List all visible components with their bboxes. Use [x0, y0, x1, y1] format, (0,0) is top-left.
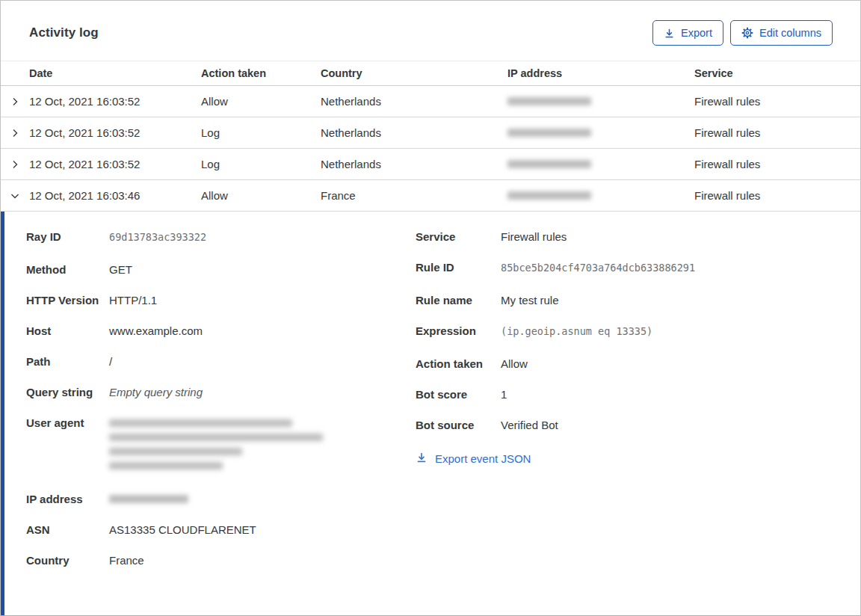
- detail-field-value: AS13335 CLOUDFLARENET: [109, 523, 416, 538]
- detail-field-label: Service: [416, 230, 501, 244]
- detail-right-column: Service Firewall rules Rule ID 85bce5b20…: [416, 230, 860, 466]
- detail-field-label: IP address: [26, 492, 109, 507]
- detail-field: Bot source Verified Bot: [416, 418, 860, 433]
- export-event-json-label: Export event JSON: [435, 452, 531, 465]
- row-date: 12 Oct, 2021 16:03:52: [29, 95, 201, 108]
- detail-field-label: Action taken: [416, 357, 501, 372]
- detail-field-label: Ray ID: [26, 230, 109, 244]
- export-button[interactable]: Export: [652, 20, 723, 46]
- expand-row-button[interactable]: [1, 191, 29, 201]
- column-header-ip-address: IP address: [507, 67, 694, 79]
- table-row[interactable]: 12 Oct, 2021 16:03:52 Allow Netherlands …: [1, 86, 860, 117]
- detail-field-value: (ip.geoip.asnum eq 13335): [501, 321, 860, 341]
- detail-field-value: [109, 492, 416, 503]
- gear-icon: [741, 27, 753, 39]
- row-service: Firewall rules: [694, 95, 860, 108]
- table-row[interactable]: 12 Oct, 2021 16:03:52 Log Netherlands Fi…: [1, 117, 860, 149]
- detail-field: Expression (ip.geoip.asnum eq 13335): [416, 324, 860, 341]
- detail-field-label: ASN: [26, 523, 109, 538]
- detail-field-value: 69d13783ac393322: [109, 227, 416, 247]
- detail-field-label: Expression: [416, 324, 501, 339]
- column-header-country: Country: [321, 67, 507, 79]
- row-action-taken: Allow: [201, 189, 321, 202]
- column-header-action-taken: Action taken: [201, 67, 321, 79]
- row-ip-address-redacted: [507, 191, 694, 200]
- download-icon: [416, 452, 428, 466]
- activity-log-card: Activity log Export: [0, 0, 861, 616]
- detail-field: IP address: [26, 492, 416, 507]
- chevron-right-icon: [10, 128, 20, 138]
- row-action-taken: Log: [201, 126, 321, 139]
- redacted-ip-blur: [507, 160, 591, 168]
- detail-field: User agent: [26, 416, 416, 476]
- detail-field-label: Host: [26, 324, 109, 339]
- edit-columns-button[interactable]: Edit columns: [730, 20, 833, 46]
- row-ip-address-redacted: [507, 97, 694, 105]
- detail-field-value: /: [109, 354, 416, 369]
- detail-field: Country France: [26, 553, 416, 568]
- row-ip-address-redacted: [507, 160, 694, 168]
- detail-field-label: User agent: [26, 416, 109, 431]
- row-date: 12 Oct, 2021 16:03:46: [29, 189, 201, 202]
- row-country: Netherlands: [321, 158, 507, 170]
- redacted-ip-blur: [109, 495, 188, 503]
- detail-field: Method GET: [26, 262, 416, 277]
- toolbar: Export Edit columns: [652, 20, 833, 46]
- redacted-ip-blur: [507, 97, 591, 105]
- detail-field: Query string Empty query string: [26, 385, 416, 400]
- expand-row-button[interactable]: [1, 96, 29, 107]
- detail-field-value: HTTP/1.1: [109, 293, 416, 308]
- table-row[interactable]: 12 Oct, 2021 16:03:52 Log Netherlands Fi…: [1, 149, 860, 180]
- detail-field: ASN AS13335 CLOUDFLARENET: [26, 523, 416, 538]
- detail-field-label: Country: [26, 553, 109, 568]
- detail-left-column: Ray ID 69d13783ac393322 Method GET HTTP …: [26, 230, 416, 584]
- row-action-taken: Log: [201, 158, 321, 170]
- detail-field: Rule ID 85bce5b204cf4703a764dcb633886291: [416, 260, 860, 277]
- detail-field-value: www.example.com: [109, 324, 416, 339]
- redacted-ip-blur: [507, 129, 591, 137]
- chevron-down-icon: [10, 191, 20, 201]
- detail-field: HTTP Version HTTP/1.1: [26, 293, 416, 308]
- detail-field: Action taken Allow: [416, 357, 860, 372]
- row-service: Firewall rules: [694, 189, 860, 202]
- row-service: Firewall rules: [694, 158, 860, 170]
- table-header: Date Action taken Country IP address Ser…: [1, 61, 860, 86]
- chevron-right-icon: [10, 96, 20, 107]
- expand-row-button[interactable]: [1, 159, 29, 170]
- detail-field-value: 85bce5b204cf4703a764dcb633886291: [501, 258, 697, 277]
- row-country: Netherlands: [321, 95, 507, 108]
- detail-field: Host www.example.com: [26, 324, 416, 339]
- redacted-ip-blur: [507, 191, 591, 200]
- detail-field-label: Path: [26, 354, 109, 369]
- detail-field: Ray ID 69d13783ac393322: [26, 230, 416, 247]
- detail-field-value: Allow: [501, 357, 860, 372]
- row-date: 12 Oct, 2021 16:03:52: [29, 126, 201, 139]
- detail-field-label: Bot score: [416, 387, 501, 402]
- detail-field-label: Rule ID: [416, 260, 501, 275]
- detail-field-value: France: [109, 553, 416, 568]
- export-button-label: Export: [681, 26, 712, 40]
- column-header-service: Service: [694, 67, 860, 79]
- detail-field-value: Verified Bot: [501, 418, 860, 433]
- detail-field-value: Empty query string: [109, 385, 416, 400]
- table-row[interactable]: 12 Oct, 2021 16:03:46 Allow France Firew…: [1, 180, 860, 212]
- detail-field-label: HTTP Version: [26, 293, 109, 308]
- table-body: 12 Oct, 2021 16:03:52 Allow Netherlands …: [1, 86, 860, 212]
- download-icon: [664, 28, 675, 39]
- column-header-date: Date: [29, 67, 201, 79]
- row-country: Netherlands: [321, 126, 507, 139]
- detail-field-value: 1: [501, 387, 860, 402]
- detail-field-label: Rule name: [416, 293, 501, 308]
- detail-field-label: Query string: [26, 385, 109, 400]
- detail-field-label: Bot source: [416, 418, 501, 433]
- export-event-json-link[interactable]: Export event JSON: [416, 452, 531, 466]
- detail-field-value: My test rule: [501, 293, 860, 308]
- expand-row-button[interactable]: [1, 128, 29, 138]
- detail-field: Bot score 1: [416, 387, 860, 402]
- detail-field-value: GET: [109, 262, 416, 277]
- detail-field-value: Firewall rules: [501, 230, 860, 244]
- edit-columns-button-label: Edit columns: [759, 26, 821, 40]
- chevron-right-icon: [10, 159, 20, 170]
- row-action-taken: Allow: [201, 95, 321, 108]
- row-date: 12 Oct, 2021 16:03:52: [29, 158, 201, 170]
